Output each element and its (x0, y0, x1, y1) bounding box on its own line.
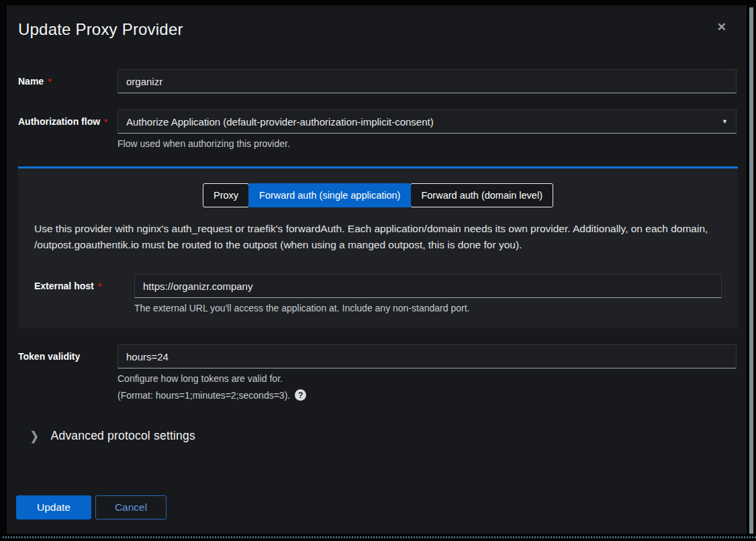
help-question-icon[interactable]: ? (295, 389, 306, 401)
external-host-row: External host* The external URL you'll a… (34, 274, 722, 313)
name-label: Name* (18, 69, 117, 87)
page-title: Update Proxy Provider (18, 19, 730, 40)
name-input[interactable] (117, 69, 737, 93)
token-validity-input[interactable] (117, 344, 737, 368)
chevron-down-icon: ▼ (722, 118, 728, 125)
window-edge-strip (749, 7, 753, 534)
window-bottom-edge (3, 536, 756, 538)
advanced-protocol-settings-toggle[interactable]: ❯ Advanced protocol settings (30, 429, 747, 443)
token-validity-row: Token validity Configure how long tokens… (7, 344, 747, 401)
name-row: Name* (7, 69, 747, 93)
advanced-protocol-settings-label: Advanced protocol settings (51, 429, 195, 443)
mode-description: Use this provider with nginx's auth_requ… (34, 221, 722, 253)
authorization-flow-help: Flow used when authorizing this provider… (117, 138, 737, 149)
external-host-label: External host* (34, 274, 134, 291)
required-asterisk: * (98, 281, 101, 291)
close-icon[interactable]: ✕ (717, 21, 726, 33)
proxy-mode-tab-bar: Proxy Forward auth (single application) … (34, 183, 722, 207)
external-host-help: The external URL you'll access the appli… (134, 303, 722, 313)
chevron-right-icon: ❯ (30, 429, 39, 444)
authorization-flow-select[interactable]: Authorize Application (default-provider-… (117, 109, 737, 134)
modal-header: Update Proxy Provider ✕ (7, 5, 747, 40)
tab-forward-auth-domain-level[interactable]: Forward auth (domain level) (410, 183, 553, 207)
provider-form: Name* Authorization flow* Authorize Appl… (7, 69, 747, 443)
token-validity-format-help: (Format: hours=1;minutes=2;seconds=3). ? (117, 389, 737, 401)
tab-forward-auth-single-application[interactable]: Forward auth (single application) (248, 183, 411, 207)
token-validity-label: Token validity (18, 344, 117, 362)
required-asterisk: * (104, 117, 107, 127)
proxy-mode-panel: Proxy Forward auth (single application) … (18, 166, 738, 328)
external-host-input[interactable] (134, 274, 722, 298)
authorization-flow-row: Authorization flow* Authorize Applicatio… (7, 109, 747, 149)
authorization-flow-label: Authorization flow* (18, 109, 117, 127)
token-validity-help: Configure how long tokens are valid for. (117, 373, 737, 384)
modal-footer: Update Cancel (16, 495, 167, 520)
cancel-button[interactable]: Cancel (95, 495, 167, 520)
update-button[interactable]: Update (16, 495, 91, 520)
selected-flow-value: Authorize Application (default-provider-… (126, 116, 715, 128)
required-asterisk: * (48, 77, 51, 87)
screenshot-frame: Update Proxy Provider ✕ Name* Authorizat… (0, 0, 756, 541)
update-proxy-provider-modal: Update Proxy Provider ✕ Name* Authorizat… (7, 5, 747, 534)
tab-proxy[interactable]: Proxy (203, 183, 249, 207)
